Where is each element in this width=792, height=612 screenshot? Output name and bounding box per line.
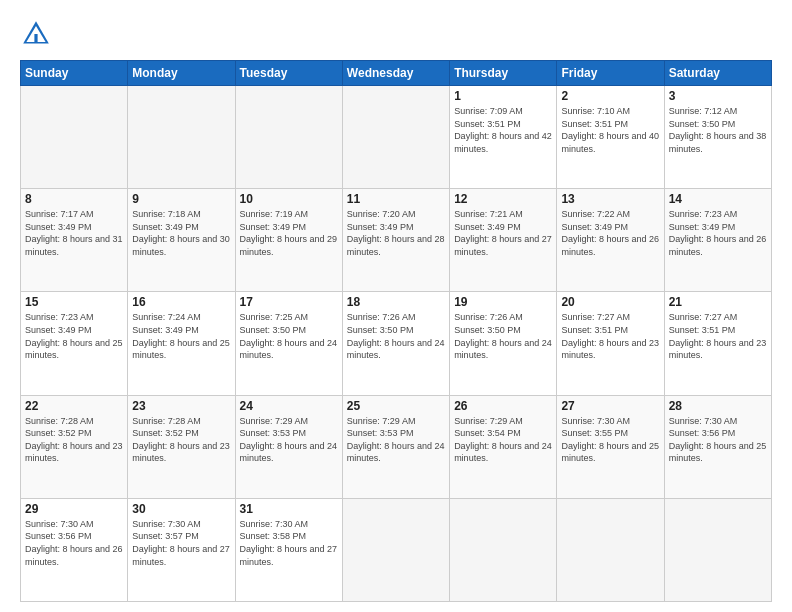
day-number: 16: [132, 295, 230, 309]
calendar-cell: 22Sunrise: 7:28 AMSunset: 3:52 PMDayligh…: [21, 395, 128, 498]
day-info: Sunrise: 7:30 AMSunset: 3:56 PMDaylight:…: [669, 415, 767, 465]
day-number: 17: [240, 295, 338, 309]
calendar-cell: 24Sunrise: 7:29 AMSunset: 3:53 PMDayligh…: [235, 395, 342, 498]
calendar-cell: 14Sunrise: 7:23 AMSunset: 3:49 PMDayligh…: [664, 189, 771, 292]
day-number: 3: [669, 89, 767, 103]
logo-icon: [20, 18, 52, 50]
day-number: 13: [561, 192, 659, 206]
calendar-cell: 20Sunrise: 7:27 AMSunset: 3:51 PMDayligh…: [557, 292, 664, 395]
calendar-cell: 26Sunrise: 7:29 AMSunset: 3:54 PMDayligh…: [450, 395, 557, 498]
day-number: 11: [347, 192, 445, 206]
calendar-cell: 29Sunrise: 7:30 AMSunset: 3:56 PMDayligh…: [21, 498, 128, 601]
day-info: Sunrise: 7:23 AMSunset: 3:49 PMDaylight:…: [25, 311, 123, 361]
calendar-cell: 10Sunrise: 7:19 AMSunset: 3:49 PMDayligh…: [235, 189, 342, 292]
day-info: Sunrise: 7:30 AMSunset: 3:56 PMDaylight:…: [25, 518, 123, 568]
day-info: Sunrise: 7:27 AMSunset: 3:51 PMDaylight:…: [669, 311, 767, 361]
day-number: 12: [454, 192, 552, 206]
day-number: 28: [669, 399, 767, 413]
day-info: Sunrise: 7:25 AMSunset: 3:50 PMDaylight:…: [240, 311, 338, 361]
calendar-cell: 28Sunrise: 7:30 AMSunset: 3:56 PMDayligh…: [664, 395, 771, 498]
calendar-week-row: 22Sunrise: 7:28 AMSunset: 3:52 PMDayligh…: [21, 395, 772, 498]
calendar-cell: 1Sunrise: 7:09 AMSunset: 3:51 PMDaylight…: [450, 86, 557, 189]
weekday-header-row: SundayMondayTuesdayWednesdayThursdayFrid…: [21, 61, 772, 86]
header: [20, 18, 772, 50]
day-info: Sunrise: 7:19 AMSunset: 3:49 PMDaylight:…: [240, 208, 338, 258]
day-info: Sunrise: 7:10 AMSunset: 3:51 PMDaylight:…: [561, 105, 659, 155]
day-number: 18: [347, 295, 445, 309]
day-number: 10: [240, 192, 338, 206]
day-number: 20: [561, 295, 659, 309]
day-info: Sunrise: 7:30 AMSunset: 3:57 PMDaylight:…: [132, 518, 230, 568]
day-number: 25: [347, 399, 445, 413]
day-number: 14: [669, 192, 767, 206]
calendar-cell: 25Sunrise: 7:29 AMSunset: 3:53 PMDayligh…: [342, 395, 449, 498]
calendar-cell: 27Sunrise: 7:30 AMSunset: 3:55 PMDayligh…: [557, 395, 664, 498]
day-number: 15: [25, 295, 123, 309]
logo: [20, 18, 56, 50]
day-info: Sunrise: 7:12 AMSunset: 3:50 PMDaylight:…: [669, 105, 767, 155]
calendar-week-row: 1Sunrise: 7:09 AMSunset: 3:51 PMDaylight…: [21, 86, 772, 189]
calendar-week-row: 15Sunrise: 7:23 AMSunset: 3:49 PMDayligh…: [21, 292, 772, 395]
calendar-table: SundayMondayTuesdayWednesdayThursdayFrid…: [20, 60, 772, 602]
day-info: Sunrise: 7:27 AMSunset: 3:51 PMDaylight:…: [561, 311, 659, 361]
calendar-cell: 18Sunrise: 7:26 AMSunset: 3:50 PMDayligh…: [342, 292, 449, 395]
day-info: Sunrise: 7:24 AMSunset: 3:49 PMDaylight:…: [132, 311, 230, 361]
calendar-week-row: 29Sunrise: 7:30 AMSunset: 3:56 PMDayligh…: [21, 498, 772, 601]
day-info: Sunrise: 7:22 AMSunset: 3:49 PMDaylight:…: [561, 208, 659, 258]
day-info: Sunrise: 7:29 AMSunset: 3:53 PMDaylight:…: [240, 415, 338, 465]
calendar-cell: [342, 498, 449, 601]
day-info: Sunrise: 7:30 AMSunset: 3:58 PMDaylight:…: [240, 518, 338, 568]
day-info: Sunrise: 7:20 AMSunset: 3:49 PMDaylight:…: [347, 208, 445, 258]
day-number: 8: [25, 192, 123, 206]
day-info: Sunrise: 7:30 AMSunset: 3:55 PMDaylight:…: [561, 415, 659, 465]
day-info: Sunrise: 7:17 AMSunset: 3:49 PMDaylight:…: [25, 208, 123, 258]
calendar-cell: 11Sunrise: 7:20 AMSunset: 3:49 PMDayligh…: [342, 189, 449, 292]
day-info: Sunrise: 7:28 AMSunset: 3:52 PMDaylight:…: [25, 415, 123, 465]
calendar-cell: 3Sunrise: 7:12 AMSunset: 3:50 PMDaylight…: [664, 86, 771, 189]
day-info: Sunrise: 7:26 AMSunset: 3:50 PMDaylight:…: [347, 311, 445, 361]
calendar-cell: [235, 86, 342, 189]
day-number: 26: [454, 399, 552, 413]
calendar-cell: [450, 498, 557, 601]
calendar-cell: 19Sunrise: 7:26 AMSunset: 3:50 PMDayligh…: [450, 292, 557, 395]
calendar-cell: 16Sunrise: 7:24 AMSunset: 3:49 PMDayligh…: [128, 292, 235, 395]
calendar-cell: 9Sunrise: 7:18 AMSunset: 3:49 PMDaylight…: [128, 189, 235, 292]
weekday-header-saturday: Saturday: [664, 61, 771, 86]
day-info: Sunrise: 7:29 AMSunset: 3:53 PMDaylight:…: [347, 415, 445, 465]
day-number: 29: [25, 502, 123, 516]
weekday-header-monday: Monday: [128, 61, 235, 86]
day-info: Sunrise: 7:21 AMSunset: 3:49 PMDaylight:…: [454, 208, 552, 258]
day-info: Sunrise: 7:23 AMSunset: 3:49 PMDaylight:…: [669, 208, 767, 258]
day-number: 31: [240, 502, 338, 516]
calendar-cell: 12Sunrise: 7:21 AMSunset: 3:49 PMDayligh…: [450, 189, 557, 292]
calendar-cell: [21, 86, 128, 189]
calendar-cell: 17Sunrise: 7:25 AMSunset: 3:50 PMDayligh…: [235, 292, 342, 395]
calendar-cell: 13Sunrise: 7:22 AMSunset: 3:49 PMDayligh…: [557, 189, 664, 292]
calendar-cell: 21Sunrise: 7:27 AMSunset: 3:51 PMDayligh…: [664, 292, 771, 395]
day-number: 22: [25, 399, 123, 413]
weekday-header-wednesday: Wednesday: [342, 61, 449, 86]
weekday-header-thursday: Thursday: [450, 61, 557, 86]
calendar-cell: [557, 498, 664, 601]
calendar-cell: [664, 498, 771, 601]
calendar-cell: [128, 86, 235, 189]
weekday-header-friday: Friday: [557, 61, 664, 86]
calendar-week-row: 8Sunrise: 7:17 AMSunset: 3:49 PMDaylight…: [21, 189, 772, 292]
day-number: 1: [454, 89, 552, 103]
calendar-cell: 2Sunrise: 7:10 AMSunset: 3:51 PMDaylight…: [557, 86, 664, 189]
day-info: Sunrise: 7:29 AMSunset: 3:54 PMDaylight:…: [454, 415, 552, 465]
calendar-cell: 15Sunrise: 7:23 AMSunset: 3:49 PMDayligh…: [21, 292, 128, 395]
calendar-cell: 31Sunrise: 7:30 AMSunset: 3:58 PMDayligh…: [235, 498, 342, 601]
calendar-cell: [342, 86, 449, 189]
day-info: Sunrise: 7:18 AMSunset: 3:49 PMDaylight:…: [132, 208, 230, 258]
day-number: 30: [132, 502, 230, 516]
day-number: 9: [132, 192, 230, 206]
day-number: 19: [454, 295, 552, 309]
day-number: 27: [561, 399, 659, 413]
day-info: Sunrise: 7:26 AMSunset: 3:50 PMDaylight:…: [454, 311, 552, 361]
calendar-cell: 8Sunrise: 7:17 AMSunset: 3:49 PMDaylight…: [21, 189, 128, 292]
day-info: Sunrise: 7:09 AMSunset: 3:51 PMDaylight:…: [454, 105, 552, 155]
page: SundayMondayTuesdayWednesdayThursdayFrid…: [0, 0, 792, 612]
weekday-header-sunday: Sunday: [21, 61, 128, 86]
day-number: 24: [240, 399, 338, 413]
